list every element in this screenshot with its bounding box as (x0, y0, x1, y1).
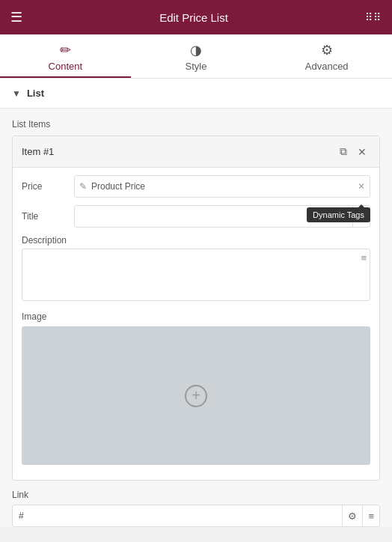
tab-style-label: Style (186, 61, 207, 72)
link-settings-button[interactable]: ⚙ (342, 505, 362, 526)
list-items-label: List Items (12, 119, 380, 130)
link-dynamic-icon: ≡ (368, 511, 374, 522)
title-label: Title (22, 211, 74, 222)
link-input-wrapper: ⚙ ≡ (12, 505, 380, 527)
dynamic-tags-tooltip: Dynamic Tags (307, 207, 370, 222)
price-field-row: Price ✎ Product Price ✕ Dynamic Tags (22, 175, 370, 198)
list-items-section: List Items Item #1 ⧉ ✕ Price ✎ Product (0, 109, 392, 481)
image-placeholder[interactable]: + (22, 326, 370, 465)
item-card: Item #1 ⧉ ✕ Price ✎ Product Price ✕ (12, 136, 380, 481)
tab-advanced[interactable]: ⚙ Advanced (261, 34, 392, 78)
tab-advanced-label: Advanced (305, 61, 349, 72)
desc-dynamic-icon: ≡ (361, 252, 367, 264)
grid-icon[interactable]: ⠿⠿ (365, 11, 382, 23)
description-dynamic-tags-button[interactable]: ≡ (361, 252, 367, 264)
price-label: Price (22, 181, 74, 192)
item-card-body: Price ✎ Product Price ✕ Dynamic Tags Tit… (13, 168, 379, 480)
price-clear-icon: ✕ (358, 181, 365, 192)
description-textarea[interactable] (22, 249, 370, 301)
image-section: Image + (22, 311, 370, 465)
section-label: List (27, 88, 44, 99)
link-gear-icon: ⚙ (348, 511, 357, 522)
tabs-bar: ✏ Content ◑ Style ⚙ Advanced (0, 34, 392, 79)
section-list-header[interactable]: ▼ List (0, 79, 392, 109)
header: ☰ Edit Price List ⠿⠿ (0, 0, 392, 34)
content-tab-icon: ✏ (60, 42, 71, 58)
image-add-icon: + (185, 385, 207, 407)
menu-icon[interactable]: ☰ (10, 9, 22, 25)
description-label: Description (22, 235, 370, 246)
link-dynamic-button[interactable]: ≡ (362, 505, 379, 526)
item-card-title: Item #1 (22, 146, 336, 157)
link-input[interactable] (13, 507, 342, 525)
price-clear-button[interactable]: ✕ (353, 181, 370, 192)
tab-style[interactable]: ◑ Style (131, 34, 262, 78)
section-toggle-icon: ▼ (12, 88, 21, 99)
link-section: Link ⚙ ≡ (0, 481, 392, 527)
plus-icon: + (192, 387, 200, 404)
price-value: Product Price (91, 181, 353, 192)
link-label: Link (12, 490, 380, 500)
price-pencil-icon: ✎ (75, 181, 91, 192)
duplicate-item-button[interactable]: ⧉ (336, 144, 351, 159)
advanced-tab-icon: ⚙ (321, 42, 333, 58)
item-card-actions: ⧉ ✕ (336, 144, 370, 159)
tab-content[interactable]: ✏ Content (0, 34, 131, 78)
copy-icon: ⧉ (340, 145, 347, 157)
close-icon: ✕ (358, 146, 367, 158)
page-title: Edit Price List (159, 11, 228, 24)
description-textarea-wrapper: ≡ (22, 249, 370, 304)
delete-item-button[interactable]: ✕ (354, 144, 370, 159)
price-input-container: ✎ Product Price ✕ (74, 175, 370, 198)
tab-content-label: Content (49, 61, 83, 72)
image-label: Image (22, 311, 370, 322)
style-tab-icon: ◑ (190, 42, 202, 58)
item-card-header: Item #1 ⧉ ✕ (13, 136, 379, 168)
description-row: Description ≡ (22, 235, 370, 304)
